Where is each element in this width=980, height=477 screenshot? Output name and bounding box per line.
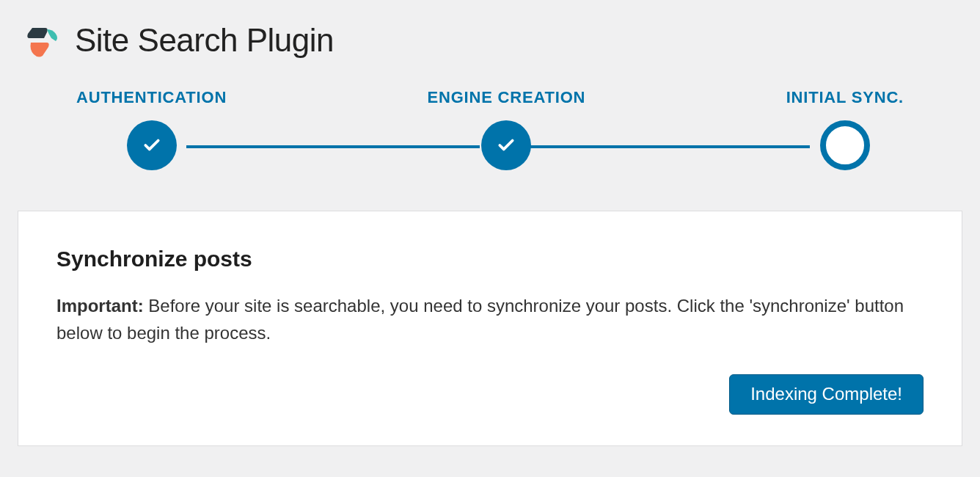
- progress-stepper: AUTHENTICATION ENGINE CREATION INITIAL S…: [18, 88, 962, 170]
- step-dot-complete: [481, 120, 531, 170]
- check-icon: [497, 136, 516, 155]
- step-engine-creation: ENGINE CREATION: [428, 88, 586, 170]
- indexing-complete-button[interactable]: Indexing Complete!: [729, 374, 924, 415]
- step-label: ENGINE CREATION: [428, 88, 586, 107]
- plugin-logo-icon: [25, 22, 62, 59]
- page-header: Site Search Plugin: [18, 22, 962, 59]
- card-description: Important: Before your site is searchabl…: [56, 292, 924, 346]
- sync-card: Synchronize posts Important: Before your…: [18, 211, 962, 446]
- step-dot-current: [820, 120, 870, 170]
- check-icon: [142, 136, 161, 155]
- important-label: Important:: [56, 296, 144, 316]
- step-label: INITIAL SYNC.: [786, 88, 904, 107]
- step-initial-sync: INITIAL SYNC.: [786, 88, 904, 170]
- card-body-text: Before your site is searchable, you need…: [56, 296, 904, 343]
- step-dot-complete: [127, 120, 177, 170]
- step-authentication: AUTHENTICATION: [76, 88, 227, 170]
- page-title: Site Search Plugin: [75, 22, 334, 59]
- card-actions: Indexing Complete!: [56, 374, 924, 415]
- card-title: Synchronize posts: [56, 247, 924, 272]
- step-label: AUTHENTICATION: [76, 88, 227, 107]
